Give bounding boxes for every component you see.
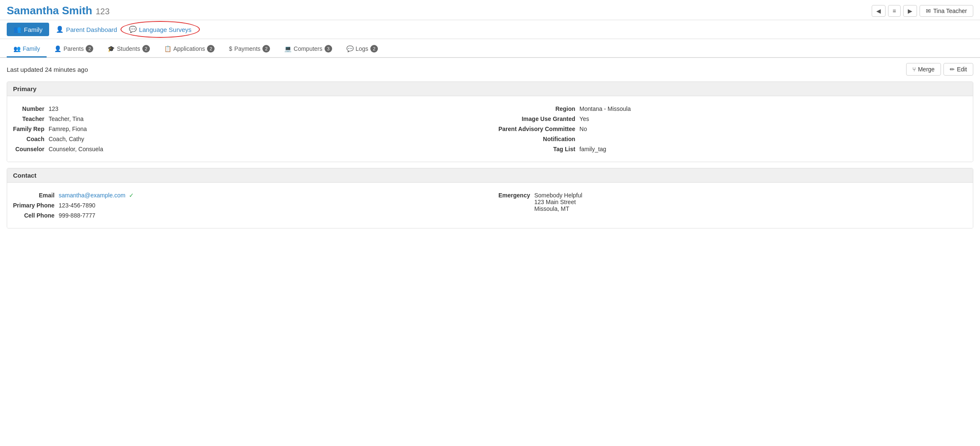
contact-card-header: Contact: [7, 168, 973, 183]
merge-label: Merge: [918, 66, 935, 73]
info-value-email: samantha@example.com ✓: [59, 190, 482, 200]
edit-button[interactable]: ✏ Edit: [943, 63, 973, 76]
info-row-counselor: Counselor Counselor, Consuela: [13, 144, 482, 154]
info-label-pac: Parent Advisory Committee: [498, 124, 579, 134]
tab-logs-icon: 💬: [346, 45, 354, 52]
contact-card-body: Email samantha@example.com ✓ Primary Pho…: [7, 183, 973, 228]
info-label-email: Email: [13, 190, 59, 200]
tab-family-label: Family: [23, 45, 40, 52]
info-row-number: Number 123: [13, 104, 482, 114]
family-nav-label: Family: [24, 26, 42, 33]
tab-computers-icon: 💻: [284, 45, 291, 52]
email-link[interactable]: samantha@example.com: [59, 192, 126, 199]
info-row-notification: Notification: [498, 134, 967, 144]
info-row-tag-list: Tag List family_tag: [498, 144, 967, 154]
tab-payments[interactable]: $ Payments 2: [222, 41, 277, 58]
teacher-label: Tina Teacher: [933, 8, 967, 14]
tab-applications[interactable]: 📋 Applications 2: [157, 41, 222, 58]
info-label-cell-phone: Cell Phone: [13, 210, 59, 220]
edit-icon: ✏: [950, 66, 955, 73]
tab-computers-badge: 3: [325, 45, 332, 52]
contact-info-grid: Email samantha@example.com ✓ Primary Pho…: [13, 190, 967, 220]
tab-family[interactable]: 👥 Family: [7, 41, 47, 58]
title-area: Samantha Smith 123: [7, 4, 110, 17]
info-row-primary-phone: Primary Phone 123-456-7890: [13, 200, 482, 210]
info-label-coach: Coach: [13, 134, 49, 144]
tab-students-badge: 2: [142, 45, 150, 52]
top-header: Samantha Smith 123 ◀ ≡ ▶ ✉ Tina Teacher: [0, 0, 980, 20]
last-updated-row: Last updated 24 minutes ago ⑂ Merge ✏ Ed…: [7, 63, 973, 76]
merge-icon: ⑂: [912, 66, 916, 73]
back-button[interactable]: ◀: [872, 5, 886, 17]
language-surveys-nav-button[interactable]: 💬 Language Surveys: [124, 23, 197, 36]
info-value-primary-phone: 123-456-7890: [59, 200, 482, 210]
tab-parents-badge: 2: [86, 45, 93, 52]
info-row-cell-phone: Cell Phone 999-888-7777: [13, 210, 482, 220]
contact-card: Contact Email samantha@example.com ✓ Pri…: [7, 168, 973, 228]
list-button[interactable]: ≡: [888, 5, 901, 17]
tab-logs-label: Logs: [356, 45, 368, 52]
parent-dashboard-nav-button[interactable]: 👤 Parent Dashboard: [51, 23, 122, 36]
info-value-teacher: Teacher, Tina: [49, 114, 482, 124]
info-row-family-rep: Family Rep Famrep, Fiona: [13, 124, 482, 134]
tab-parents-label: Parents: [63, 45, 84, 52]
tab-applications-label: Applications: [173, 45, 205, 52]
family-nav-button[interactable]: 👥 Family: [7, 23, 49, 36]
last-updated-text: Last updated 24 minutes ago: [7, 66, 88, 73]
primary-card: Primary Number 123 Teacher Teacher, Tina…: [7, 81, 973, 162]
info-value-notification: [579, 134, 967, 144]
page-title-name: Samantha Smith: [7, 4, 92, 17]
info-row-teacher: Teacher Teacher, Tina: [13, 114, 482, 124]
teacher-button[interactable]: ✉ Tina Teacher: [920, 5, 973, 17]
language-surveys-icon: 💬: [129, 26, 137, 33]
tab-logs[interactable]: 💬 Logs 2: [340, 41, 385, 58]
forward-button[interactable]: ▶: [903, 5, 917, 17]
info-value-region: Montana - Missoula: [579, 104, 967, 114]
tab-students[interactable]: 🎓 Students 2: [101, 41, 156, 58]
parent-dashboard-icon: 👤: [56, 26, 64, 33]
primary-left-section: Number 123 Teacher Teacher, Tina Family …: [13, 104, 482, 154]
main-content: Last updated 24 minutes ago ⑂ Merge ✏ Ed…: [0, 58, 980, 239]
info-label-primary-phone: Primary Phone: [13, 200, 59, 210]
tab-payments-label: Payments: [234, 45, 260, 52]
primary-right-section: Region Montana - Missoula Image Use Gran…: [498, 104, 967, 154]
info-row-image-use: Image Use Granted Yes: [498, 114, 967, 124]
tab-parents[interactable]: 👤 Parents 2: [47, 41, 100, 58]
tab-students-icon: 🎓: [107, 45, 115, 52]
info-value-coach: Coach, Cathy: [49, 134, 482, 144]
info-label-counselor: Counselor: [13, 144, 49, 154]
action-buttons: ⑂ Merge ✏ Edit: [906, 63, 973, 76]
top-right-controls: ◀ ≡ ▶ ✉ Tina Teacher: [872, 5, 973, 17]
info-row-coach: Coach Coach, Cathy: [13, 134, 482, 144]
primary-info-grid: Number 123 Teacher Teacher, Tina Family …: [13, 104, 967, 154]
email-verified-icon: ✓: [129, 192, 134, 199]
info-label-region: Region: [498, 104, 579, 114]
info-row-email: Email samantha@example.com ✓: [13, 190, 482, 200]
contact-right-section: Emergency Somebody Helpful 123 Main Stre…: [498, 190, 967, 220]
info-label-image-use: Image Use Granted: [498, 114, 579, 124]
info-value-tag-list: family_tag: [579, 144, 967, 154]
primary-card-body: Number 123 Teacher Teacher, Tina Family …: [7, 96, 973, 162]
contact-left-section: Email samantha@example.com ✓ Primary Pho…: [13, 190, 482, 220]
info-value-family-rep: Famrep, Fiona: [49, 124, 482, 134]
info-label-teacher: Teacher: [13, 114, 49, 124]
info-value-cell-phone: 999-888-7777: [59, 210, 482, 220]
info-label-emergency: Emergency: [498, 190, 534, 220]
info-value-number: 123: [49, 104, 482, 114]
info-row-emergency: Emergency Somebody Helpful 123 Main Stre…: [498, 190, 967, 220]
tab-computers[interactable]: 💻 Computers 3: [278, 41, 338, 58]
tab-applications-icon: 📋: [164, 45, 171, 52]
info-value-image-use: Yes: [579, 114, 967, 124]
tab-bar: 👥 Family 👤 Parents 2 🎓 Students 2 📋 Appl…: [0, 41, 980, 58]
teacher-icon: ✉: [926, 8, 931, 14]
tab-students-label: Students: [117, 45, 140, 52]
edit-label: Edit: [957, 66, 967, 73]
info-row-region: Region Montana - Missoula: [498, 104, 967, 114]
info-label-notification: Notification: [498, 134, 579, 144]
tab-family-icon: 👥: [13, 45, 21, 52]
merge-button[interactable]: ⑂ Merge: [906, 63, 941, 76]
info-value-pac: No: [579, 124, 967, 134]
info-row-pac: Parent Advisory Committee No: [498, 124, 967, 134]
tab-computers-label: Computers: [293, 45, 322, 52]
parent-dashboard-label: Parent Dashboard: [66, 26, 117, 33]
